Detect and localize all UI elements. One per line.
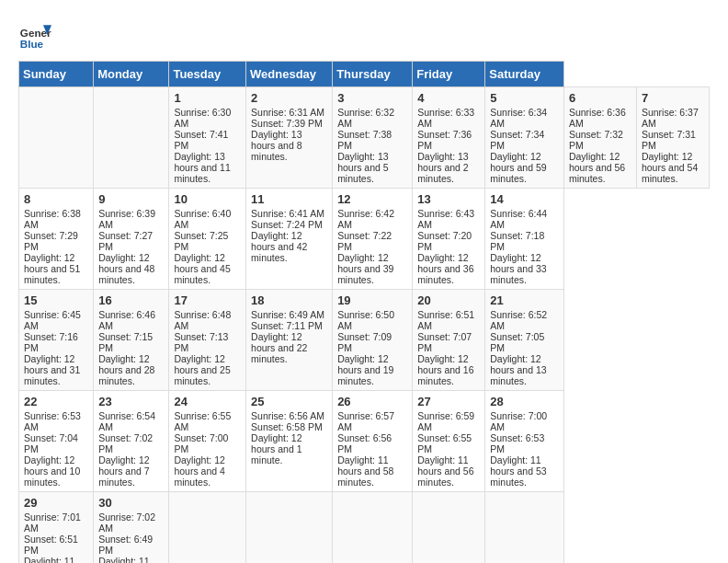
calendar-cell: 3Sunrise: 6:32 AMSunset: 7:38 PMDaylight… (333, 87, 413, 189)
day-number: 29 (24, 496, 88, 510)
day-number: 5 (490, 91, 559, 105)
cell-info: Sunset: 7:05 PM (490, 331, 559, 353)
cell-info: Daylight: 12 hours and 33 minutes. (490, 252, 559, 285)
calendar-cell (485, 492, 564, 564)
cell-info: Sunset: 7:34 PM (490, 129, 559, 151)
calendar-cell: 27Sunrise: 6:59 AMSunset: 6:55 PMDayligh… (413, 391, 485, 492)
day-number: 10 (174, 192, 241, 206)
calendar-cell (19, 87, 94, 189)
calendar-week-2: 15Sunrise: 6:45 AMSunset: 7:16 PMDayligh… (19, 290, 710, 391)
cell-info: Daylight: 12 hours and 19 minutes. (337, 353, 407, 386)
cell-info: Sunrise: 6:36 AM (569, 107, 631, 129)
cell-info: Sunrise: 6:39 AM (98, 208, 164, 230)
calendar-cell: 24Sunrise: 6:55 AMSunset: 7:00 PMDayligh… (169, 391, 246, 492)
calendar-cell: 18Sunrise: 6:49 AMSunset: 7:11 PMDayligh… (246, 290, 333, 391)
cell-info: Daylight: 12 hours and 31 minutes. (24, 353, 88, 386)
cell-info: Daylight: 12 hours and 56 minutes. (569, 151, 631, 184)
cell-info: Sunrise: 6:33 AM (417, 107, 480, 129)
day-number: 11 (251, 192, 327, 206)
calendar-cell: 4Sunrise: 6:33 AMSunset: 7:36 PMDaylight… (413, 87, 485, 189)
calendar-cell: 11Sunrise: 6:41 AMSunset: 7:24 PMDayligh… (246, 189, 333, 290)
cell-info: Sunset: 7:27 PM (98, 230, 164, 252)
cell-info: Sunrise: 6:48 AM (174, 309, 241, 331)
cell-info: Daylight: 12 hours and 42 minutes. (251, 230, 327, 263)
cell-info: Sunrise: 6:55 AM (174, 410, 241, 432)
cell-info: Daylight: 12 hours and 39 minutes. (337, 252, 407, 285)
cell-info: Sunrise: 6:37 AM (642, 107, 704, 129)
cell-info: Sunset: 7:02 PM (98, 432, 164, 454)
calendar-cell: 5Sunrise: 6:34 AMSunset: 7:34 PMDaylight… (485, 87, 564, 189)
weekday-friday: Friday (413, 62, 485, 87)
calendar-cell: 22Sunrise: 6:53 AMSunset: 7:04 PMDayligh… (19, 391, 94, 492)
calendar-table: SundayMondayTuesdayWednesdayThursdayFrid… (18, 61, 710, 563)
cell-info: Daylight: 12 hours and 25 minutes. (174, 353, 241, 386)
calendar-cell: 8Sunrise: 6:38 AMSunset: 7:29 PMDaylight… (19, 189, 94, 290)
cell-info: Sunrise: 6:57 AM (337, 410, 407, 432)
calendar-cell: 28Sunrise: 7:00 AMSunset: 6:53 PMDayligh… (485, 391, 564, 492)
calendar-cell: 16Sunrise: 6:46 AMSunset: 7:15 PMDayligh… (94, 290, 169, 391)
logo-icon: General Blue (18, 18, 51, 52)
day-number: 4 (417, 91, 480, 105)
cell-info: Sunset: 6:51 PM (24, 534, 88, 556)
cell-info: Sunrise: 6:46 AM (98, 309, 164, 331)
cell-info: Sunset: 6:58 PM (251, 421, 327, 432)
cell-info: Daylight: 13 hours and 11 minutes. (174, 151, 241, 184)
cell-info: Daylight: 12 hours and 48 minutes. (98, 252, 164, 285)
cell-info: Sunrise: 6:31 AM (251, 107, 327, 118)
calendar-cell (94, 87, 169, 189)
calendar-cell: 23Sunrise: 6:54 AMSunset: 7:02 PMDayligh… (94, 391, 169, 492)
day-number: 25 (251, 395, 327, 408)
day-number: 14 (490, 192, 559, 206)
calendar-cell: 19Sunrise: 6:50 AMSunset: 7:09 PMDayligh… (333, 290, 413, 391)
weekday-header-row: SundayMondayTuesdayWednesdayThursdayFrid… (19, 62, 710, 87)
calendar-cell: 2Sunrise: 6:31 AMSunset: 7:39 PMDaylight… (246, 87, 333, 189)
day-number: 27 (417, 395, 480, 408)
day-number: 1 (174, 91, 241, 105)
day-number: 21 (490, 293, 559, 307)
calendar-cell: 13Sunrise: 6:43 AMSunset: 7:20 PMDayligh… (413, 189, 485, 290)
calendar-body: 1Sunrise: 6:30 AMSunset: 7:41 PMDaylight… (19, 87, 710, 564)
cell-info: Sunrise: 6:49 AM (251, 309, 327, 320)
calendar-cell: 30Sunrise: 7:02 AMSunset: 6:49 PMDayligh… (94, 492, 169, 564)
day-number: 6 (569, 91, 631, 105)
cell-info: Sunset: 7:29 PM (24, 230, 88, 252)
cell-info: Sunrise: 6:45 AM (24, 309, 88, 331)
cell-info: Daylight: 12 hours and 51 minutes. (24, 252, 88, 285)
day-number: 15 (24, 293, 88, 307)
day-number: 23 (98, 395, 164, 408)
day-number: 7 (642, 91, 704, 105)
cell-info: Daylight: 11 hours and 50 minutes. (24, 556, 88, 563)
cell-info: Daylight: 12 hours and 59 minutes. (490, 151, 559, 184)
weekday-tuesday: Tuesday (169, 62, 246, 87)
cell-info: Daylight: 12 hours and 54 minutes. (642, 151, 704, 184)
cell-info: Daylight: 12 hours and 1 minute. (251, 432, 327, 465)
calendar-cell: 7Sunrise: 6:37 AMSunset: 7:31 PMDaylight… (636, 87, 709, 189)
cell-info: Daylight: 13 hours and 2 minutes. (417, 151, 480, 184)
cell-info: Daylight: 11 hours and 56 minutes. (417, 454, 480, 488)
cell-info: Daylight: 12 hours and 16 minutes. (417, 353, 480, 386)
weekday-saturday: Saturday (485, 62, 564, 87)
cell-info: Daylight: 12 hours and 45 minutes. (174, 252, 241, 285)
calendar-cell: 6Sunrise: 6:36 AMSunset: 7:32 PMDaylight… (563, 87, 636, 189)
cell-info: Sunset: 7:07 PM (417, 331, 480, 353)
cell-info: Sunrise: 6:52 AM (490, 309, 559, 331)
cell-info: Sunset: 7:39 PM (251, 118, 327, 129)
cell-info: Sunrise: 6:51 AM (417, 309, 480, 331)
cell-info: Daylight: 12 hours and 22 minutes. (251, 331, 327, 364)
cell-info: Sunrise: 6:54 AM (98, 410, 164, 432)
cell-info: Sunset: 7:15 PM (98, 331, 164, 353)
day-number: 2 (251, 91, 327, 105)
cell-info: Sunset: 6:53 PM (490, 432, 559, 454)
cell-info: Sunset: 7:04 PM (24, 432, 88, 454)
cell-info: Sunrise: 6:40 AM (174, 208, 241, 230)
calendar-cell (333, 492, 413, 564)
calendar-week-1: 8Sunrise: 6:38 AMSunset: 7:29 PMDaylight… (19, 189, 710, 290)
weekday-thursday: Thursday (333, 62, 413, 87)
cell-info: Daylight: 12 hours and 10 minutes. (24, 454, 88, 488)
cell-info: Sunrise: 6:44 AM (490, 208, 559, 230)
cell-info: Sunset: 6:56 PM (337, 432, 407, 454)
cell-info: Daylight: 13 hours and 5 minutes. (337, 151, 407, 184)
cell-info: Sunrise: 6:56 AM (251, 410, 327, 421)
cell-info: Daylight: 12 hours and 28 minutes. (98, 353, 164, 386)
calendar-cell: 29Sunrise: 7:01 AMSunset: 6:51 PMDayligh… (19, 492, 94, 564)
